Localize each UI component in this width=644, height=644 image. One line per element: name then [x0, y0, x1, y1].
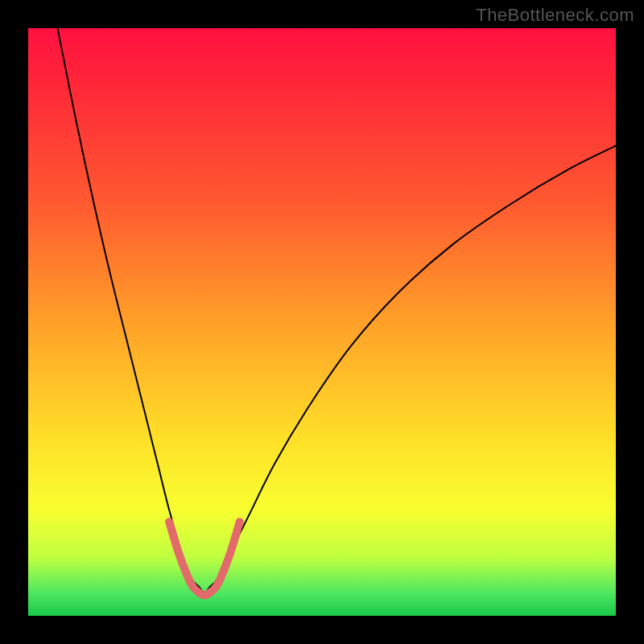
valley-highlight [169, 522, 240, 595]
chart-frame: TheBottleneck.com [0, 0, 644, 644]
bottleneck-curve [58, 28, 617, 592]
watermark-text: TheBottleneck.com [476, 5, 634, 26]
curve-layer [28, 28, 616, 616]
plot-area [28, 28, 616, 616]
